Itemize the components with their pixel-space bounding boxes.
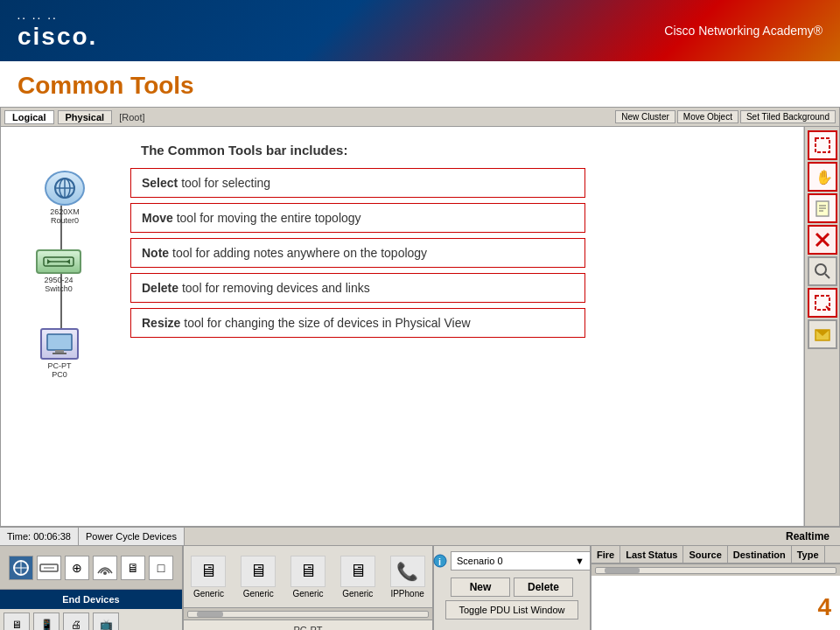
tooltip-move-rest: tool for moving the entire topology xyxy=(177,211,361,225)
svg-rect-12 xyxy=(52,353,66,354)
tooltip-select-rest: tool for selecting xyxy=(181,176,270,190)
pc-name: PC0 xyxy=(40,370,79,379)
device-list-hscroll-thumb xyxy=(197,612,223,617)
pdu-col-type: Type xyxy=(792,546,825,563)
zoom-tool-button[interactable] xyxy=(808,256,837,286)
scenario-label: Scenario 0 xyxy=(457,556,503,566)
slide-number: 4 xyxy=(817,593,831,621)
svg-rect-10 xyxy=(47,334,72,350)
delete-tool-button[interactable] xyxy=(808,225,837,255)
add-pdu-icon xyxy=(814,326,831,343)
device-list-hscroll-bar[interactable] xyxy=(187,611,429,618)
generic-label-4: Generic xyxy=(336,589,379,598)
pdu-hscroll-thumb xyxy=(605,568,640,573)
category-pcs[interactable]: 🖥 xyxy=(121,556,145,580)
sub-icon-3[interactable]: 🖨 xyxy=(63,612,89,630)
tooltip-move-bold: Move xyxy=(142,211,173,225)
generic-icon-4: 🖥 xyxy=(340,556,375,587)
scenario-buttons: New Delete xyxy=(451,578,573,597)
sim-main: 2620XM Router0 2950-24 Switch0 xyxy=(1,127,839,526)
device-category-icons: ⊕ 🖥 □ xyxy=(0,546,182,590)
svg-line-22 xyxy=(825,274,830,278)
device-list-hscroll[interactable] xyxy=(184,607,432,620)
select-tool-button[interactable] xyxy=(808,130,837,160)
sub-icon-2[interactable]: 📱 xyxy=(33,612,60,630)
pdu-toggle-button[interactable]: Toggle PDU List Window xyxy=(445,600,578,620)
delete-scenario-button[interactable]: Delete xyxy=(514,578,573,597)
tooltip-area: The Common Tools bar includes: Select to… xyxy=(130,136,585,343)
cisco-dots: .. .. .. xyxy=(18,11,97,21)
power-cycle-button[interactable]: Power Cycle Devices xyxy=(79,528,185,545)
set-tiled-bg-button[interactable]: Set Tiled Background xyxy=(740,110,836,123)
sub-icon-1[interactable]: 🖥 xyxy=(4,612,30,630)
pdu-hscroll-bar[interactable] xyxy=(595,567,836,574)
category-servers[interactable]: □ xyxy=(149,556,173,580)
pdu-col-source: Source xyxy=(683,546,727,563)
pdu-col-destination: Destination xyxy=(728,546,792,563)
category-switches[interactable] xyxy=(37,556,61,580)
tab-physical[interactable]: Physical xyxy=(58,110,113,124)
tooltip-move: Move tool for moving the entire topology xyxy=(130,203,585,233)
router-category-icon xyxy=(12,560,30,576)
pdu-table-header: Fire Last Status Source Destination Type xyxy=(592,546,840,564)
tooltip-resize-bold: Resize xyxy=(142,316,180,330)
sub-icon-4[interactable]: 📺 xyxy=(93,612,119,630)
svg-marker-8 xyxy=(47,259,51,264)
sim-topbar: Logical Physical [Root] New Cluster Move… xyxy=(1,108,839,127)
tooltip-resize: Resize tool for changing the size of dev… xyxy=(130,308,585,338)
category-routers[interactable] xyxy=(9,556,33,580)
device-ipphone[interactable]: 📞 IPPhone xyxy=(386,556,429,598)
pdu-hscroll[interactable] xyxy=(592,564,840,576)
note-tool-button[interactable] xyxy=(808,193,837,223)
simulator-container: Logical Physical [Root] New Cluster Move… xyxy=(0,107,840,527)
new-scenario-button[interactable]: New xyxy=(451,578,510,597)
scenario-chevron: ▼ xyxy=(575,556,584,566)
device-selector-label: End Devices xyxy=(0,590,182,609)
tab-logical[interactable]: Logical xyxy=(4,110,54,124)
page-title: Common Tools xyxy=(18,72,822,100)
device-generic-2[interactable]: 🖥 Generic xyxy=(237,556,280,598)
page-title-area: Common Tools xyxy=(0,61,840,107)
pdu-table-area: Fire Last Status Source Destination Type xyxy=(592,546,840,630)
move-tool-button[interactable]: ✋ xyxy=(808,162,837,192)
delete-tool-icon xyxy=(814,231,831,248)
pc-device[interactable]: PC-PT PC0 xyxy=(40,328,79,379)
scenario-area: i Scenario 0 ▼ New Delete Toggle PDU Lis… xyxy=(434,546,592,630)
svg-text:✋: ✋ xyxy=(816,169,831,186)
device-generic-3[interactable]: 🖥 Generic xyxy=(287,556,330,598)
svg-point-33 xyxy=(103,571,107,575)
cisco-logo: .. .. .. cisco. xyxy=(18,11,97,51)
svg-rect-13 xyxy=(816,138,830,152)
tooltip-note-bold: Note xyxy=(142,246,169,260)
pc-icon xyxy=(46,332,74,355)
device-list-area: 🖥 Generic 🖥 Generic 🖥 Generic 🖥 Generic … xyxy=(184,546,434,630)
svg-rect-11 xyxy=(55,350,64,353)
breadcrumb: [Root] xyxy=(119,112,144,122)
generic-label-3: Generic xyxy=(287,589,330,598)
scenario-dropdown[interactable]: Scenario 0 ▼ xyxy=(451,551,591,570)
svg-text:i: i xyxy=(438,556,441,567)
device-sub-icons: 🖥 📱 🖨 📺 xyxy=(0,609,182,630)
tooltip-select-bold: Select xyxy=(142,176,178,190)
tooltip-delete-bold: Delete xyxy=(142,281,178,295)
generic-label-1: Generic xyxy=(187,589,230,598)
sim-hscroll[interactable] xyxy=(1,526,839,527)
category-hubs[interactable]: ⊕ xyxy=(65,556,89,580)
tooltip-select: Select tool for selecting xyxy=(130,168,585,198)
new-cluster-button[interactable]: New Cluster xyxy=(615,110,675,123)
ipphone-icon: 📞 xyxy=(390,556,425,587)
note-tool-icon xyxy=(814,200,831,217)
move-object-button[interactable]: Move Object xyxy=(677,110,738,123)
device-generic-1[interactable]: 🖥 Generic xyxy=(187,556,230,598)
ipphone-label: IPPhone xyxy=(386,589,429,598)
add-pdu-button[interactable] xyxy=(808,319,837,349)
router-device[interactable]: 2620XM Router0 xyxy=(45,171,85,225)
generic-icon-1: 🖥 xyxy=(191,556,226,587)
switch-category-icon xyxy=(39,562,59,574)
move-tool-icon: ✋ xyxy=(814,168,831,186)
header-banner: .. .. .. cisco. Cisco Networking Academy… xyxy=(0,0,840,61)
resize-tool-button[interactable] xyxy=(808,288,837,318)
device-generic-4[interactable]: 🖥 Generic xyxy=(336,556,379,598)
category-wireless[interactable] xyxy=(93,556,117,580)
switch-device[interactable]: 2950-24 Switch0 xyxy=(36,249,81,293)
